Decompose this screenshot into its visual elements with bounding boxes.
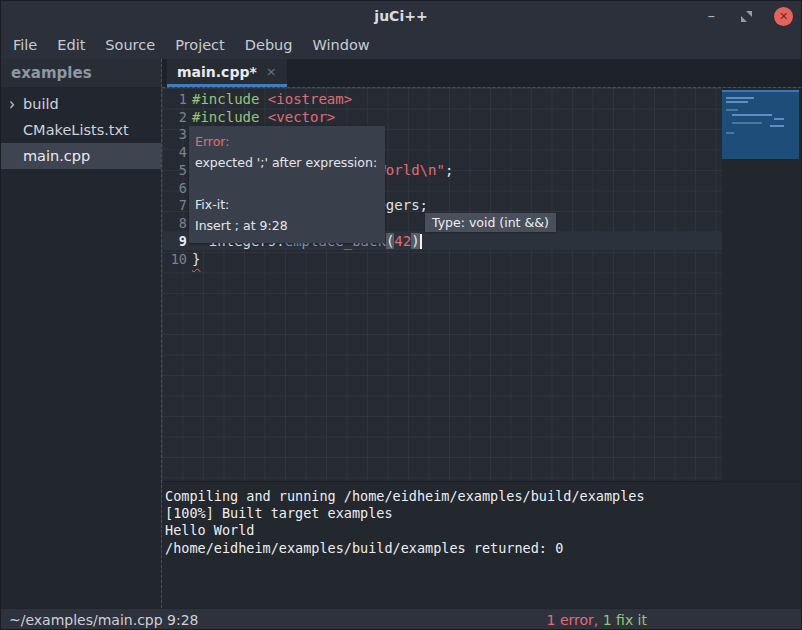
close-button[interactable]: ✕ bbox=[774, 7, 793, 26]
menubar: File Edit Source Project Debug Window bbox=[1, 31, 801, 59]
text-cursor bbox=[420, 234, 422, 249]
project-name-header: examples bbox=[1, 59, 161, 87]
minimap[interactable] bbox=[722, 90, 799, 159]
code-editor[interactable]: 1#include <iostream>2#include <vector>34… bbox=[162, 87, 801, 481]
line-number: 5 bbox=[162, 162, 187, 178]
minimap-code-mark bbox=[774, 118, 784, 120]
restore-icon[interactable] bbox=[741, 11, 752, 22]
minimap-code-mark bbox=[726, 109, 738, 111]
terminal-output[interactable]: Compiling and running /home/eidheim/exam… bbox=[162, 481, 801, 608]
error-count[interactable]: 1 error bbox=[547, 612, 594, 628]
fixit-text: Insert ; at 9:28 bbox=[195, 215, 377, 236]
window-controls: – ✕ bbox=[704, 1, 794, 31]
file-tree: › build CMakeLists.txt main.cpp bbox=[1, 87, 161, 169]
window-title: juCi++ bbox=[374, 8, 427, 24]
terminal-line: Compiling and running /home/eidheim/exam… bbox=[165, 488, 801, 505]
line-number: 1 bbox=[162, 91, 187, 107]
app-window: juCi++ – ✕ File Edit Source Project Debu… bbox=[0, 0, 802, 630]
error-tooltip: Error: expected ';' after expression: Fi… bbox=[189, 126, 385, 243]
error-tooltip-title: Error: bbox=[195, 131, 377, 152]
code-text[interactable]: #include <iostream> bbox=[187, 91, 352, 107]
minimap-code-mark bbox=[726, 101, 748, 103]
diagnostics-separator: , bbox=[594, 612, 603, 628]
minimap-code-mark bbox=[732, 114, 772, 116]
code-line-1[interactable]: 1#include <iostream> bbox=[162, 90, 722, 108]
tooltip-spacer bbox=[195, 173, 377, 194]
fixit-count[interactable]: 1 fix it bbox=[603, 612, 647, 628]
tree-item-label: build bbox=[23, 96, 59, 112]
line-number: 2 bbox=[162, 109, 187, 125]
overview-strip bbox=[722, 88, 801, 481]
menu-project[interactable]: Project bbox=[165, 37, 235, 53]
menu-window[interactable]: Window bbox=[302, 37, 379, 53]
tab-label: main.cpp* bbox=[177, 64, 257, 80]
code-text[interactable]: #include <vector> bbox=[187, 109, 335, 125]
tab-main-cpp[interactable]: main.cpp* × bbox=[167, 59, 287, 87]
tree-item-label: main.cpp bbox=[23, 148, 90, 164]
line-number: 7 bbox=[162, 197, 187, 213]
menu-debug[interactable]: Debug bbox=[235, 37, 303, 53]
tab-close-icon[interactable]: × bbox=[266, 64, 277, 79]
code-text[interactable]: } bbox=[187, 251, 200, 267]
menu-edit[interactable]: Edit bbox=[47, 37, 95, 53]
line-number: 3 bbox=[162, 126, 187, 142]
status-diagnostics[interactable]: 1 error , 1 fix it bbox=[547, 609, 647, 630]
tree-item-cmakelists[interactable]: CMakeLists.txt bbox=[1, 117, 161, 143]
minimap-code-mark bbox=[732, 122, 762, 124]
type-tooltip: Type: void (int &&) bbox=[425, 213, 556, 232]
titlebar[interactable]: juCi++ – ✕ bbox=[1, 1, 801, 31]
tree-item-main-cpp[interactable]: main.cpp bbox=[1, 143, 161, 169]
line-number: 8 bbox=[162, 215, 187, 231]
tabbar: main.cpp* × bbox=[162, 59, 801, 87]
terminal-line: /home/eidheim/examples/build/examples re… bbox=[165, 540, 801, 557]
minimap-code-mark bbox=[726, 97, 754, 99]
terminal-line: [100%] Built target examples bbox=[165, 505, 801, 522]
tree-item-build[interactable]: › build bbox=[1, 91, 161, 117]
chevron-right-icon[interactable]: › bbox=[9, 94, 23, 115]
code-line-2[interactable]: 2#include <vector> bbox=[162, 108, 722, 126]
code-line-10[interactable]: 10} bbox=[162, 250, 722, 268]
terminal-line: Hello World bbox=[165, 522, 801, 539]
line-number: 4 bbox=[162, 144, 187, 160]
statusbar: ~/examples/main.cpp 9:28 1 error , 1 fix… bbox=[1, 608, 801, 630]
minimap-code-mark bbox=[726, 132, 734, 134]
file-tree-sidebar: examples › build CMakeLists.txt main.cpp bbox=[1, 59, 161, 608]
line-number: 9 bbox=[162, 233, 187, 249]
status-file-location: ~/examples/main.cpp 9:28 bbox=[9, 612, 199, 628]
line-number: 6 bbox=[162, 180, 187, 196]
content-area: examples › build CMakeLists.txt main.cpp… bbox=[1, 59, 801, 608]
error-tooltip-message: expected ';' after expression: bbox=[195, 152, 377, 173]
minimize-button[interactable]: – bbox=[704, 11, 720, 21]
editor-column: main.cpp* × 1#include <iostream>2#includ… bbox=[161, 59, 801, 608]
line-number: 10 bbox=[162, 251, 187, 267]
menu-file[interactable]: File bbox=[3, 37, 47, 53]
fixit-label: Fix-it: bbox=[195, 194, 377, 215]
tree-item-label: CMakeLists.txt bbox=[23, 122, 129, 138]
minimap-code-mark bbox=[770, 125, 784, 127]
menu-source[interactable]: Source bbox=[95, 37, 165, 53]
